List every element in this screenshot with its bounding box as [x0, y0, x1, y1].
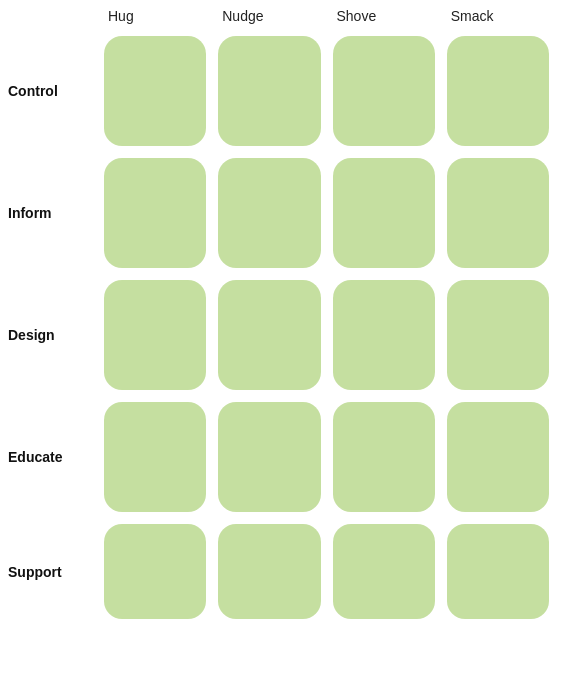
col-header-shove: Shove	[327, 8, 441, 30]
card-inform-smack[interactable]	[447, 158, 549, 268]
card-control-hug[interactable]	[104, 36, 206, 146]
card-inform-hug[interactable]	[104, 158, 206, 268]
card-support-shove[interactable]	[333, 524, 435, 619]
card-educate-smack[interactable]	[447, 402, 549, 512]
col-header-nudge: Nudge	[212, 8, 326, 30]
card-design-nudge[interactable]	[218, 280, 320, 390]
card-control-shove[interactable]	[333, 36, 435, 146]
card-educate-shove[interactable]	[333, 402, 435, 512]
col-header-hug: Hug	[98, 8, 212, 30]
card-design-shove[interactable]	[333, 280, 435, 390]
card-inform-nudge[interactable]	[218, 158, 320, 268]
row-label-educate: Educate	[8, 396, 98, 518]
row-label-design: Design	[8, 274, 98, 396]
corner-cell	[8, 8, 98, 30]
card-control-nudge[interactable]	[218, 36, 320, 146]
card-educate-hug[interactable]	[104, 402, 206, 512]
row-label-support: Support	[8, 518, 98, 625]
card-support-nudge[interactable]	[218, 524, 320, 619]
card-design-smack[interactable]	[447, 280, 549, 390]
card-design-hug[interactable]	[104, 280, 206, 390]
row-label-inform: Inform	[8, 152, 98, 274]
main-grid: Hug Nudge Shove Smack Control Inform Des…	[0, 0, 563, 633]
card-support-smack[interactable]	[447, 524, 549, 619]
card-control-smack[interactable]	[447, 36, 549, 146]
card-inform-shove[interactable]	[333, 158, 435, 268]
col-header-smack: Smack	[441, 8, 555, 30]
card-educate-nudge[interactable]	[218, 402, 320, 512]
row-label-control: Control	[8, 30, 98, 152]
card-support-hug[interactable]	[104, 524, 206, 619]
